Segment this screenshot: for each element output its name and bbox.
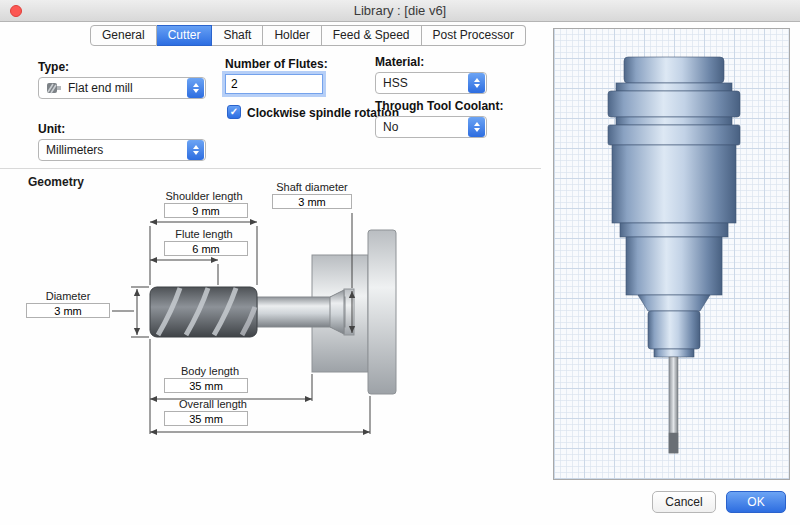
shaft-diameter-input[interactable] [272, 194, 352, 209]
cancel-button[interactable]: Cancel [652, 491, 716, 513]
material-dropdown[interactable]: HSS [375, 72, 487, 94]
diameter-input[interactable] [26, 303, 110, 318]
flute-length-label: Flute length [152, 228, 256, 240]
holder-shape [312, 230, 396, 394]
section-divider [0, 168, 541, 169]
dropdown-arrows-icon [468, 73, 485, 93]
check-icon: ✓ [230, 107, 238, 117]
tool-holder-render [554, 29, 789, 479]
type-value: Flat end mill [68, 81, 187, 95]
tool-3d-preview[interactable] [553, 28, 790, 480]
unit-value: Millimeters [46, 143, 187, 157]
dropdown-arrows-icon [468, 117, 485, 137]
tab-cutter[interactable]: Cutter [157, 25, 213, 46]
close-button[interactable] [10, 5, 22, 17]
coolant-dropdown[interactable]: No [375, 116, 487, 138]
diameter-label: Diameter [26, 290, 110, 302]
end-mill-icon [46, 81, 62, 95]
dropdown-arrows-icon [187, 140, 204, 160]
shoulder-length-input[interactable] [164, 203, 248, 218]
shaft-diameter-label: Shaft diameter [264, 181, 360, 193]
overall-length-label: Overall length [158, 398, 268, 410]
shoulder-length-label: Shoulder length [152, 190, 256, 202]
unit-dropdown[interactable]: Millimeters [38, 139, 206, 161]
tab-shaft[interactable]: Shaft [212, 25, 263, 46]
library-dialog: Library : [die v6] General Cutter Shaft … [0, 0, 800, 525]
material-label: Material: [375, 55, 424, 69]
body-length-label: Body length [158, 365, 262, 377]
type-dropdown[interactable]: Flat end mill [38, 77, 206, 99]
material-value: HSS [383, 76, 468, 90]
flutes-input[interactable] [225, 74, 323, 94]
overall-length-input[interactable] [164, 411, 248, 426]
tab-holder[interactable]: Holder [263, 25, 321, 46]
titlebar: Library : [die v6] [0, 0, 800, 22]
window-title: Library : [die v6] [0, 0, 800, 21]
coolant-value: No [383, 120, 468, 134]
ok-button[interactable]: OK [726, 491, 786, 513]
geometry-section-title: Geometry [28, 175, 84, 189]
flutes-shape [150, 287, 257, 337]
coolant-label: Through Tool Coolant: [375, 99, 503, 113]
flute-length-input[interactable] [164, 241, 248, 256]
tab-general[interactable]: General [90, 25, 157, 46]
type-label: Type: [38, 60, 69, 74]
tab-post-processor[interactable]: Post Processor [422, 25, 526, 46]
tab-feed-speed[interactable]: Feed & Speed [322, 25, 422, 46]
tab-bar: General Cutter Shaft Holder Feed & Speed… [90, 25, 526, 46]
shaft-shape [257, 290, 345, 334]
flutes-label: Number of Flutes: [225, 57, 328, 71]
body-length-input[interactable] [164, 378, 248, 393]
dropdown-arrows-icon [187, 78, 204, 98]
unit-label: Unit: [38, 122, 65, 136]
spindle-checkbox[interactable]: ✓ [227, 105, 241, 119]
